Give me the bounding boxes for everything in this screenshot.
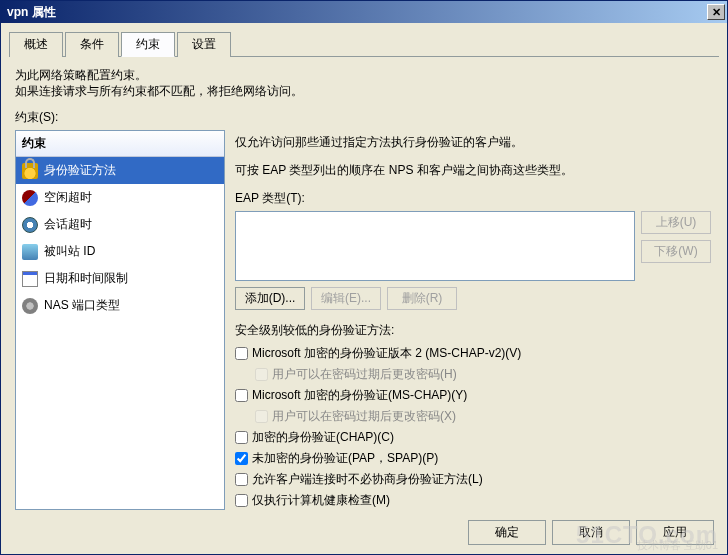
sidebar-item-label: 空闲超时: [44, 189, 92, 206]
eap-types-list[interactable]: [235, 211, 635, 281]
check-mschapv2-pw: 用户可以在密码过期后更改密码(H): [255, 364, 711, 385]
window-title: vpn 属性: [7, 4, 56, 21]
sidebar-item-idle-timeout[interactable]: 空闲超时: [16, 184, 224, 211]
calendar-icon: [22, 271, 38, 287]
check-label: 仅执行计算机健康检查(M): [252, 492, 390, 509]
checkbox[interactable]: [235, 494, 248, 507]
sidebar-item-label: 被叫站 ID: [44, 243, 95, 260]
checkbox[interactable]: [235, 452, 248, 465]
check-label: Microsoft 加密的身份验证(MS-CHAP)(Y): [252, 387, 467, 404]
titlebar[interactable]: vpn 属性 ✕: [1, 1, 727, 23]
lock-icon: [22, 163, 38, 179]
tab-constraints[interactable]: 约束: [121, 32, 175, 57]
tab-overview[interactable]: 概述: [9, 32, 63, 57]
remove-button[interactable]: 删除(R): [387, 287, 457, 310]
content-area: 为此网络策略配置约束。 如果连接请求与所有约束都不匹配，将拒绝网络访问。 约束(…: [1, 57, 727, 517]
move-down-button[interactable]: 下移(W): [641, 240, 711, 263]
clock-icon: [22, 190, 38, 206]
sidebar-item-datetime[interactable]: 日期和时间限制: [16, 265, 224, 292]
check-label: 未加密的身份验证(PAP，SPAP)(P): [252, 450, 438, 467]
check-label: 用户可以在密码过期后更改密码(H): [272, 366, 457, 383]
sec-methods-label: 安全级别较低的身份验证方法:: [235, 322, 711, 339]
sidebar-item-auth-method[interactable]: 身份验证方法: [16, 157, 224, 184]
tab-settings[interactable]: 设置: [177, 32, 231, 57]
tab-strip: 概述 条件 约束 设置: [9, 31, 719, 56]
check-chap[interactable]: 加密的身份验证(CHAP)(C): [235, 427, 711, 448]
close-button[interactable]: ✕: [707, 4, 725, 20]
apply-button[interactable]: 应用: [636, 520, 714, 545]
ok-button[interactable]: 确定: [468, 520, 546, 545]
desc-line1: 为此网络策略配置约束。: [15, 67, 713, 83]
dialog-buttons: 确定 取消 应用: [468, 520, 714, 545]
edit-button[interactable]: 编辑(E)...: [311, 287, 381, 310]
checkbox[interactable]: [235, 473, 248, 486]
cancel-button[interactable]: 取消: [552, 520, 630, 545]
add-button[interactable]: 添加(D)...: [235, 287, 305, 310]
list-header: 约束: [16, 131, 224, 157]
check-pap[interactable]: 未加密的身份验证(PAP，SPAP)(P): [235, 448, 711, 469]
nas-icon: [22, 298, 38, 314]
sidebar-item-label: NAS 端口类型: [44, 297, 120, 314]
constraints-label: 约束(S):: [15, 109, 713, 126]
desc-line2: 如果连接请求与所有约束都不匹配，将拒绝网络访问。: [15, 83, 713, 99]
move-up-button[interactable]: 上移(U): [641, 211, 711, 234]
phone-icon: [22, 244, 38, 260]
tab-conditions[interactable]: 条件: [65, 32, 119, 57]
check-mschap-pw: 用户可以在密码过期后更改密码(X): [255, 406, 711, 427]
checkbox: [255, 368, 268, 381]
checkbox[interactable]: [235, 431, 248, 444]
right-desc1: 仅允许访问那些通过指定方法执行身份验证的客户端。: [235, 134, 711, 150]
check-allow-no-auth[interactable]: 允许客户端连接时不必协商身份验证方法(L): [235, 469, 711, 490]
right-pane: 仅允许访问那些通过指定方法执行身份验证的客户端。 可按 EAP 类型列出的顺序在…: [233, 130, 713, 515]
eap-label: EAP 类型(T):: [235, 190, 711, 207]
checkbox: [255, 410, 268, 423]
check-mschapv2[interactable]: Microsoft 加密的身份验证版本 2 (MS-CHAP-v2)(V): [235, 343, 711, 364]
checkbox[interactable]: [235, 347, 248, 360]
properties-window: vpn 属性 ✕ 概述 条件 约束 设置 为此网络策略配置约束。 如果连接请求与…: [0, 0, 728, 555]
main-area: 约束 身份验证方法 空闲超时 会话超时 被叫站 ID: [15, 130, 713, 515]
check-mschap[interactable]: Microsoft 加密的身份验证(MS-CHAP)(Y): [235, 385, 711, 406]
right-desc2: 可按 EAP 类型列出的顺序在 NPS 和客户端之间协商这些类型。: [235, 162, 711, 178]
sidebar-item-called-station[interactable]: 被叫站 ID: [16, 238, 224, 265]
check-health-only[interactable]: 仅执行计算机健康检查(M): [235, 490, 711, 511]
sidebar-item-label: 日期和时间限制: [44, 270, 128, 287]
checkbox[interactable]: [235, 389, 248, 402]
check-label: Microsoft 加密的身份验证版本 2 (MS-CHAP-v2)(V): [252, 345, 521, 362]
sidebar-item-session-timeout[interactable]: 会话超时: [16, 211, 224, 238]
description: 为此网络策略配置约束。 如果连接请求与所有约束都不匹配，将拒绝网络访问。: [15, 67, 713, 99]
sidebar-item-label: 会话超时: [44, 216, 92, 233]
sidebar-item-label: 身份验证方法: [44, 162, 116, 179]
check-label: 用户可以在密码过期后更改密码(X): [272, 408, 456, 425]
clock-icon: [22, 217, 38, 233]
constraints-list[interactable]: 约束 身份验证方法 空闲超时 会话超时 被叫站 ID: [15, 130, 225, 510]
check-label: 加密的身份验证(CHAP)(C): [252, 429, 394, 446]
check-label: 允许客户端连接时不必协商身份验证方法(L): [252, 471, 483, 488]
sidebar-item-nas-port[interactable]: NAS 端口类型: [16, 292, 224, 319]
